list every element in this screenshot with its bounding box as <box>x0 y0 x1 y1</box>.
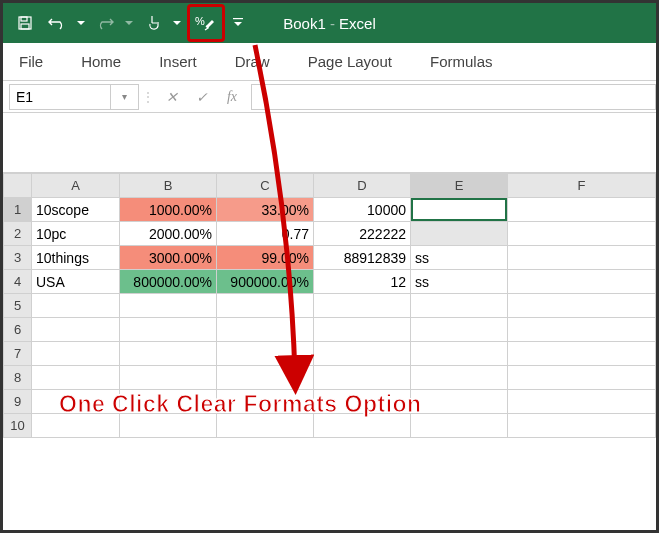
cell-f7[interactable] <box>508 342 656 366</box>
cell-d4[interactable]: 12 <box>314 270 411 294</box>
row-header-5[interactable]: 5 <box>4 294 32 318</box>
row-header-7[interactable]: 7 <box>4 342 32 366</box>
customize-qat-icon[interactable] <box>229 9 247 37</box>
name-box-dropdown-icon[interactable]: ▾ <box>111 84 139 110</box>
cell-b10[interactable] <box>120 414 217 438</box>
cell-b6[interactable] <box>120 318 217 342</box>
col-header-b[interactable]: B <box>120 174 217 198</box>
cell-c1[interactable]: 33.00% <box>217 198 314 222</box>
cell-c7[interactable] <box>217 342 314 366</box>
cell-e6[interactable] <box>411 318 508 342</box>
cell-c8[interactable] <box>217 366 314 390</box>
formula-input[interactable] <box>251 84 656 110</box>
cell-b3[interactable]: 3000.00% <box>120 246 217 270</box>
cell-d10[interactable] <box>314 414 411 438</box>
cell-f10[interactable] <box>508 414 656 438</box>
row-header-8[interactable]: 8 <box>4 366 32 390</box>
row-header-2[interactable]: 2 <box>4 222 32 246</box>
cell-a1[interactable]: 10scope <box>32 198 120 222</box>
cell-f6[interactable] <box>508 318 656 342</box>
cell-f1[interactable] <box>508 198 656 222</box>
cell-b4[interactable]: 800000.00% <box>120 270 217 294</box>
row-header-6[interactable]: 6 <box>4 318 32 342</box>
cell-b9[interactable] <box>120 390 217 414</box>
cell-c5[interactable] <box>217 294 314 318</box>
col-header-c[interactable]: C <box>217 174 314 198</box>
cell-a6[interactable] <box>32 318 120 342</box>
cell-a8[interactable] <box>32 366 120 390</box>
cell-a2[interactable]: 10pc <box>32 222 120 246</box>
row-header-1[interactable]: 1 <box>4 198 32 222</box>
cell-f8[interactable] <box>508 366 656 390</box>
cell-b5[interactable] <box>120 294 217 318</box>
tab-formulas[interactable]: Formulas <box>426 45 497 78</box>
cell-d7[interactable] <box>314 342 411 366</box>
cell-a3[interactable]: 10things <box>32 246 120 270</box>
cell-b2[interactable]: 2000.00% <box>120 222 217 246</box>
touch-dropdown-icon[interactable] <box>171 9 183 37</box>
cell-c6[interactable] <box>217 318 314 342</box>
cancel-icon[interactable]: ✕ <box>157 84 187 110</box>
spreadsheet-grid[interactable]: A B C D E F 1 10scope 1000.00% 33.00% 10… <box>3 173 656 438</box>
tab-draw[interactable]: Draw <box>231 45 274 78</box>
fx-icon[interactable]: fx <box>217 84 247 110</box>
cell-e10[interactable] <box>411 414 508 438</box>
row-header-9[interactable]: 9 <box>4 390 32 414</box>
cell-b8[interactable] <box>120 366 217 390</box>
save-icon[interactable] <box>11 9 39 37</box>
col-header-d[interactable]: D <box>314 174 411 198</box>
cell-c3[interactable]: 99.00% <box>217 246 314 270</box>
cell-f5[interactable] <box>508 294 656 318</box>
cell-a9[interactable] <box>32 390 120 414</box>
cell-c9[interactable] <box>217 390 314 414</box>
cell-c4[interactable]: 900000.00% <box>217 270 314 294</box>
cell-a5[interactable] <box>32 294 120 318</box>
select-all-corner[interactable] <box>4 174 32 198</box>
col-header-e[interactable]: E <box>411 174 508 198</box>
undo-icon[interactable] <box>43 9 71 37</box>
cell-e7[interactable] <box>411 342 508 366</box>
tab-file[interactable]: File <box>15 45 47 78</box>
cell-e3[interactable]: ss <box>411 246 508 270</box>
cell-f9[interactable] <box>508 390 656 414</box>
redo-dropdown-icon[interactable] <box>123 9 135 37</box>
tab-insert[interactable]: Insert <box>155 45 201 78</box>
cell-e4[interactable]: ss <box>411 270 508 294</box>
row-header-3[interactable]: 3 <box>4 246 32 270</box>
cell-e1[interactable] <box>411 198 508 222</box>
col-header-f[interactable]: F <box>508 174 656 198</box>
row-header-4[interactable]: 4 <box>4 270 32 294</box>
cell-d8[interactable] <box>314 366 411 390</box>
cell-f4[interactable] <box>508 270 656 294</box>
cell-d1[interactable]: 10000 <box>314 198 411 222</box>
cell-f2[interactable] <box>508 222 656 246</box>
undo-dropdown-icon[interactable] <box>75 9 87 37</box>
cell-b1[interactable]: 1000.00% <box>120 198 217 222</box>
cell-a7[interactable] <box>32 342 120 366</box>
cell-c10[interactable] <box>217 414 314 438</box>
cell-e5[interactable] <box>411 294 508 318</box>
confirm-icon[interactable]: ✓ <box>187 84 217 110</box>
cell-e9[interactable] <box>411 390 508 414</box>
cell-c2[interactable]: 0.77 <box>217 222 314 246</box>
tab-page-layout[interactable]: Page Layout <box>304 45 396 78</box>
clear-formats-icon[interactable]: % <box>192 9 220 37</box>
cell-d3[interactable]: 88912839 <box>314 246 411 270</box>
cell-d5[interactable] <box>314 294 411 318</box>
cell-e8[interactable] <box>411 366 508 390</box>
cell-e2[interactable] <box>411 222 508 246</box>
cell-b7[interactable] <box>120 342 217 366</box>
row-header-10[interactable]: 10 <box>4 414 32 438</box>
cell-a4[interactable]: USA <box>32 270 120 294</box>
tab-home[interactable]: Home <box>77 45 125 78</box>
cell-f3[interactable] <box>508 246 656 270</box>
name-box[interactable]: E1 <box>9 84 111 110</box>
redo-icon[interactable] <box>91 9 119 37</box>
ribbon-gap <box>3 113 656 173</box>
cell-d9[interactable] <box>314 390 411 414</box>
col-header-a[interactable]: A <box>32 174 120 198</box>
cell-a10[interactable] <box>32 414 120 438</box>
cell-d2[interactable]: 222222 <box>314 222 411 246</box>
touch-mode-icon[interactable] <box>139 9 167 37</box>
cell-d6[interactable] <box>314 318 411 342</box>
